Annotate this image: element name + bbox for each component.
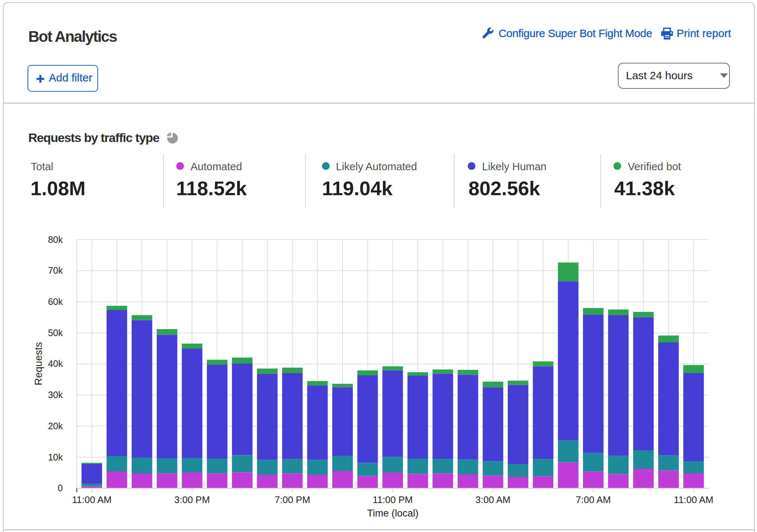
svg-text:7:00 AM: 7:00 AM: [576, 494, 611, 505]
svg-text:50k: 50k: [48, 328, 63, 338]
svg-text:20k: 20k: [48, 421, 63, 431]
svg-text:3:00 PM: 3:00 PM: [174, 494, 210, 505]
svg-text:3:00 AM: 3:00 AM: [475, 494, 510, 505]
svg-text:40k: 40k: [48, 358, 63, 369]
svg-text:70k: 70k: [48, 265, 63, 276]
svg-text:7:00 PM: 7:00 PM: [275, 494, 310, 505]
svg-text:0: 0: [58, 483, 63, 493]
svg-text:30k: 30k: [48, 390, 63, 400]
svg-text:10k: 10k: [48, 452, 63, 462]
svg-text:80k: 80k: [48, 234, 63, 245]
svg-text:60k: 60k: [48, 296, 63, 307]
svg-text:Requests: Requests: [33, 342, 44, 385]
svg-text:11:00 PM: 11:00 PM: [373, 494, 413, 505]
svg-text:11:00 AM: 11:00 AM: [674, 494, 713, 505]
svg-text:Time (local): Time (local): [367, 508, 419, 519]
svg-text:11:00 AM: 11:00 AM: [72, 494, 112, 505]
